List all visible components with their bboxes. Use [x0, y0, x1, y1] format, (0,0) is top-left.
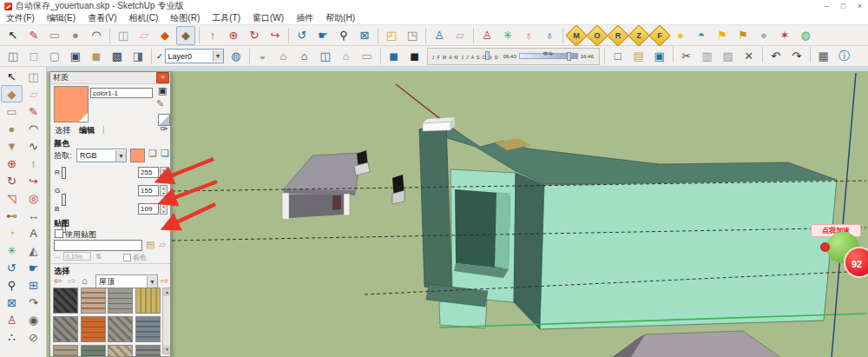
- match-model-color-icon[interactable]: ❏: [161, 148, 169, 158]
- look-around-tool-icon[interactable]: ◉: [23, 311, 44, 328]
- rotate-tool-icon[interactable]: ↻: [1, 172, 23, 189]
- g-slider[interactable]: [62, 194, 64, 204]
- open-file-icon[interactable]: ▤: [629, 47, 648, 66]
- view-back-icon[interactable]: ⌂: [337, 47, 356, 66]
- zoom-window-tool-icon[interactable]: ⊞: [23, 276, 44, 294]
- forward-arrow-icon[interactable]: ⇨: [68, 274, 76, 287]
- eraser-tool-icon[interactable]: ▱: [23, 85, 44, 102]
- sample-paint-eyedropper-icon[interactable]: ✑: [160, 123, 168, 134]
- paint-figure-tool-icon[interactable]: ◆: [155, 26, 174, 45]
- style-monochrome-icon[interactable]: ◨: [128, 47, 148, 66]
- value-spinner[interactable]: ▴▾: [160, 203, 168, 215]
- texture-size-field[interactable]: 0.10m: [63, 252, 91, 261]
- google-earth-icon[interactable]: ♁: [519, 26, 538, 45]
- close-button[interactable]: ×: [852, 0, 868, 12]
- accelerator-badge[interactable]: 92: [844, 247, 868, 278]
- menu-item[interactable]: 编辑(E): [41, 12, 82, 24]
- layer-dropdown[interactable]: Layer0 ▼: [165, 49, 224, 63]
- push-pull-tool-icon[interactable]: ↑: [23, 155, 44, 172]
- scroll-down-icon[interactable]: ▼: [163, 346, 171, 354]
- scroll-up-icon[interactable]: ▲: [163, 288, 171, 296]
- orbit-tool-icon[interactable]: ↺: [1, 259, 23, 276]
- texture-scrollbar[interactable]: ▲ ▼: [162, 288, 171, 354]
- walk-tool-icon[interactable]: ∴: [1, 328, 23, 346]
- dialog-close-button[interactable]: ×: [156, 72, 169, 83]
- scale-tool-icon[interactable]: ◹: [1, 189, 23, 207]
- badge-r-icon[interactable]: R: [607, 24, 628, 46]
- rectangle-tool-icon[interactable]: ▭: [1, 102, 23, 120]
- minimize-button[interactable]: –: [819, 0, 835, 12]
- text-tool-icon[interactable]: A: [23, 224, 44, 241]
- value-spinner[interactable]: ▴▾: [160, 167, 168, 178]
- menu-item[interactable]: 插件: [290, 12, 319, 24]
- texture-row3-2[interactable]: [81, 345, 106, 357]
- rotate-tool-icon[interactable]: ↻: [245, 26, 264, 45]
- move-tool-icon[interactable]: ⊕: [224, 26, 243, 45]
- texture-gravel-gray[interactable]: [108, 316, 133, 342]
- materials-dialog-titlebar[interactable]: 材质 ×: [50, 72, 170, 84]
- slider-thumb[interactable]: [62, 194, 66, 206]
- protractor-tool-icon[interactable]: ◔: [1, 224, 23, 241]
- person-red-icon[interactable]: ♙: [477, 26, 496, 45]
- menu-item[interactable]: 相机(C): [122, 12, 164, 24]
- b-value-field[interactable]: 109: [138, 203, 159, 215]
- redo-icon[interactable]: ↷: [787, 47, 806, 66]
- menu-item[interactable]: 文件(F): [0, 12, 41, 24]
- badge-f-icon[interactable]: F: [648, 24, 670, 46]
- polygon-tool-icon[interactable]: ▼: [1, 137, 23, 155]
- zoom-extents-tool-icon[interactable]: ⊠: [355, 26, 374, 45]
- detail-arrow-icon[interactable]: ⇨: [161, 274, 168, 287]
- section-plane-tool-icon[interactable]: ⊘: [23, 328, 44, 346]
- rectangle-tool-icon[interactable]: ▭: [45, 26, 64, 45]
- texture-brick-tan[interactable]: [81, 288, 106, 314]
- r-value-field[interactable]: 255: [138, 167, 159, 178]
- sphere-tool-icon[interactable]: ●: [754, 26, 773, 45]
- colorize-checkbox[interactable]: [123, 254, 131, 261]
- shadow-box-icon[interactable]: ▱: [450, 26, 470, 45]
- slider-thumb[interactable]: [62, 167, 66, 179]
- texture-slate-blue[interactable]: [135, 316, 161, 342]
- color-picker-dropdown[interactable]: RGB ▼: [76, 149, 127, 162]
- orbit-tool-icon[interactable]: ↺: [293, 26, 312, 45]
- match-screen-color-icon[interactable]: ❏: [148, 148, 157, 158]
- style-shaded-icon[interactable]: ◼: [87, 47, 106, 66]
- texture-row3-1[interactable]: [53, 345, 78, 357]
- undo-icon[interactable]: ↶: [766, 47, 786, 66]
- shadow-date-slider[interactable]: J F M A M J J A S O N D: [431, 53, 501, 60]
- previous-view-icon[interactable]: ◰: [382, 26, 401, 45]
- material-category-dropdown[interactable]: 屋顶 ▼: [95, 274, 158, 288]
- menu-item[interactable]: 窗口(W): [247, 12, 290, 24]
- maximize-button[interactable]: □: [835, 0, 852, 12]
- create-material-icon[interactable]: ✎: [156, 98, 164, 109]
- dimension-tool-icon[interactable]: ↔: [23, 207, 44, 224]
- flag-tool-icon[interactable]: ⚑: [713, 26, 732, 45]
- layer-manager-icon[interactable]: ◍: [227, 47, 246, 66]
- texture-tile-orange[interactable]: [81, 316, 106, 342]
- previous-view-tool-icon[interactable]: ↷: [23, 294, 44, 311]
- tab-edit[interactable]: 编辑: [79, 125, 95, 136]
- flag-small-tool-icon[interactable]: ⚑: [733, 26, 753, 45]
- freehand-tool-icon[interactable]: ∿: [23, 137, 44, 155]
- menu-item[interactable]: 帮助(H): [319, 12, 361, 24]
- move-tool-icon[interactable]: ⊕: [1, 155, 23, 172]
- paste-icon[interactable]: ▨: [719, 47, 738, 66]
- display-in-model-icon[interactable]: ▣: [158, 85, 167, 96]
- cut-icon[interactable]: ✂: [677, 47, 696, 66]
- sun-tool-icon[interactable]: ●: [671, 26, 690, 45]
- material-name-field[interactable]: color1-1: [90, 88, 153, 98]
- line-tool-icon[interactable]: ✎: [24, 26, 43, 45]
- style-wireframe-icon[interactable]: ▢: [45, 47, 64, 66]
- zoom-tool-icon[interactable]: ⚲: [334, 26, 353, 45]
- new-file-icon[interactable]: □: [608, 47, 628, 66]
- save-file-icon[interactable]: ▣: [650, 47, 669, 66]
- texture-shingles-dark[interactable]: [53, 288, 78, 314]
- push-pull-tool-icon[interactable]: ↑: [203, 26, 222, 45]
- r-slider[interactable]: [62, 167, 64, 177]
- view-right-icon[interactable]: ◫: [316, 47, 335, 66]
- circle-tool-icon[interactable]: ●: [66, 26, 85, 45]
- chevron-down-icon[interactable]: ▼: [115, 150, 126, 162]
- zoom-extents-tool-icon[interactable]: ⊠: [1, 294, 23, 311]
- texture-row3-4[interactable]: [135, 345, 161, 357]
- shadow-time-slider[interactable]: 中午: [519, 53, 578, 59]
- view-front-icon[interactable]: ⌂: [295, 47, 314, 66]
